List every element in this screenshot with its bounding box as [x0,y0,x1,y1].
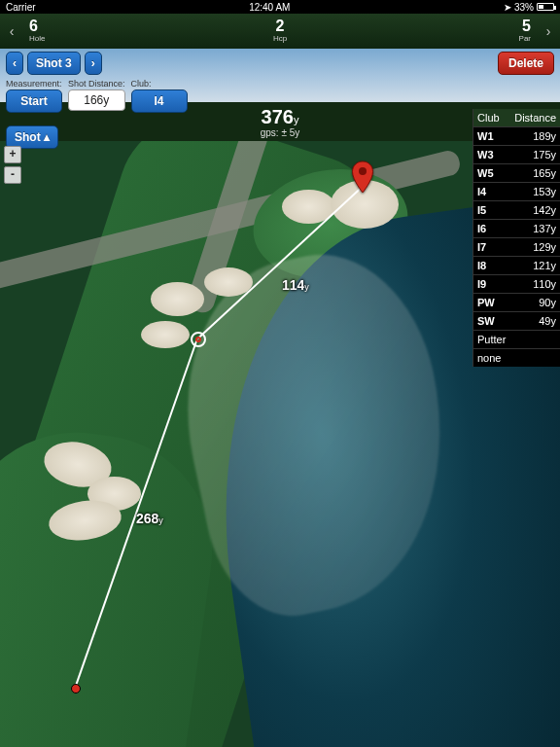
hole-header: ‹ 6 Hole 2 Hcp 5 Par › [0,14,560,49]
club-row[interactable]: W5165y [473,163,560,182]
club-row[interactable]: PW90y [473,293,560,311]
club-distance-table[interactable]: Club Distance W1189yW3175yW5165yI4153yI5… [472,109,560,367]
zoom-out-button[interactable]: - [4,166,21,184]
club-row[interactable]: I7129y [473,237,560,256]
hole-value: 6 [29,18,196,34]
club-row[interactable]: I5142y [473,200,560,219]
shot-title[interactable]: Shot 3 [27,52,81,75]
club-row[interactable]: SW49y [473,311,560,330]
measurement-label: Measurement: [6,79,62,89]
hcp-value: 2 [196,18,364,34]
battery-icon [537,3,554,11]
status-battery-pct: 33% [514,2,534,13]
aim-marker[interactable] [191,332,206,347]
segment-distance-bottom: 268y [136,511,163,526]
status-bar: Carrier 12:40 AM ➤ 33% [0,0,560,14]
par-label: Par [364,34,531,44]
zoom-in-button[interactable]: + [4,146,21,163]
next-hole-button[interactable]: › [537,14,560,49]
measurement-start-button[interactable]: Start [6,89,62,113]
status-time: 12:40 AM [36,2,504,13]
pin-marker[interactable] [351,160,374,197]
segment-distance-top: 114y [282,277,309,293]
club-row[interactable]: none [473,348,560,367]
shot-distance-field[interactable]: 166y [68,89,125,111]
shot-bar: ‹ Shot 3 › Delete Measurement: Start Sho… [0,49,560,102]
hcp-label: Hcp [196,34,364,44]
club-select-button[interactable]: I4 [131,89,188,113]
prev-shot-button[interactable]: ‹ [6,52,23,75]
prev-hole-button[interactable]: ‹ [0,14,23,49]
club-row[interactable]: I6137y [473,219,560,237]
club-row[interactable]: I8121y [473,256,560,274]
club-row[interactable]: I4153y [473,182,560,200]
club-row[interactable]: Putter [473,330,560,348]
club-table-header: Club Distance [473,109,560,126]
svg-point-0 [359,167,367,175]
hole-label: Hole [29,34,196,44]
club-row[interactable]: W3175y [473,145,560,163]
zoom-controls: + - [4,146,21,184]
club-label: Club: [131,79,188,89]
delete-button[interactable]: Delete [498,52,554,75]
tee-marker[interactable] [71,684,81,694]
location-icon: ➤ [504,2,511,13]
club-row[interactable]: W1189y [473,126,560,145]
next-shot-button[interactable]: › [85,52,102,75]
status-carrier: Carrier [6,2,36,13]
club-row[interactable]: I9110y [473,274,560,293]
par-value: 5 [364,18,531,34]
shot-distance-label: Shot Distance: [68,79,125,89]
